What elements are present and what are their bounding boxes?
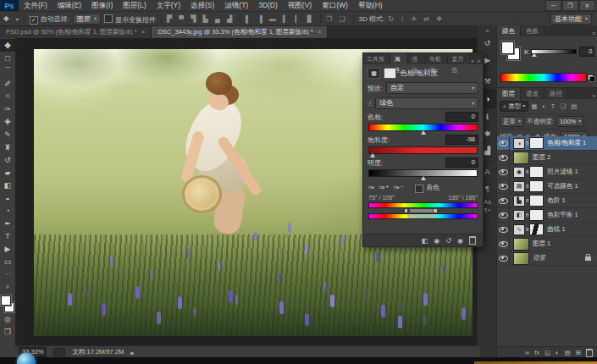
adjustment-thumbnail[interactable]: ◧ — [513, 210, 525, 221]
eye-icon[interactable] — [497, 208, 510, 222]
hue-slider[interactable] — [368, 124, 478, 131]
menu-help[interactable]: 帮助(H) — [353, 0, 388, 11]
tab-info[interactable]: 信息 — [408, 53, 426, 64]
align-icons[interactable]: ▛ ▀ ▜ ▙ ▄ ▟ — [167, 15, 235, 23]
menu-image[interactable]: 图像(I) — [86, 0, 118, 11]
tab-paths[interactable]: 路径 — [544, 88, 568, 99]
mask-thumbnail[interactable] — [529, 209, 544, 221]
menu-type[interactable]: 文字(Y) — [152, 0, 185, 11]
filter-kind-icons[interactable]: ▦ ◐ T ❏ ▤ — [531, 102, 578, 110]
panel-menu-icon[interactable]: ≡ — [477, 58, 483, 64]
crop-tool[interactable]: ⌗ — [0, 90, 15, 102]
eye-icon[interactable] — [497, 151, 510, 164]
tab-layers[interactable]: 图层 — [497, 88, 521, 99]
tab-channels[interactable]: 通道 — [521, 88, 544, 99]
saturation-value-field[interactable]: -98 — [445, 135, 478, 145]
menu-3d[interactable]: 3D(D) — [253, 0, 283, 11]
k-value-field[interactable]: 0 — [579, 47, 594, 57]
eye-icon[interactable] — [497, 179, 510, 193]
brush-tool[interactable]: ✎ — [0, 128, 15, 141]
quick-selection-tool[interactable]: ✐ — [0, 77, 15, 90]
eyedropper-icon[interactable]: ✑ — [368, 184, 375, 192]
spectrum-end-swatches[interactable] — [588, 74, 595, 82]
adjustment-thumbnail[interactable]: ∿ — [513, 224, 525, 235]
hand-tool[interactable]: ☜ — [0, 267, 15, 280]
layer-thumbnail[interactable] — [513, 252, 529, 265]
adjustment-thumbnail[interactable]: ▤ — [513, 181, 525, 192]
menu-filter[interactable]: 滤镜(T) — [219, 0, 253, 11]
foreground-color-swatch[interactable] — [1, 295, 11, 306]
close-tab-icon[interactable]: × — [141, 26, 146, 38]
color-swatches[interactable] — [1, 295, 14, 312]
blur-tool[interactable]: ◒ — [0, 191, 15, 204]
k-slider-thumb[interactable] — [532, 53, 537, 57]
menu-file[interactable]: 文件(F) — [19, 0, 53, 11]
lightness-slider-thumb[interactable] — [421, 176, 426, 180]
add-mask-icon[interactable]: ◱ — [544, 349, 550, 356]
collapse-panel-icon[interactable]: » — [471, 58, 477, 64]
lightness-slider[interactable] — [368, 169, 478, 177]
status-options-arrow-icon[interactable]: ▶ — [130, 350, 135, 356]
subtract-eyedropper-icon[interactable]: ✑⁻ — [394, 184, 404, 192]
mode-icons[interactable]: ↻ ↕ ✛ ⇄ ✥ — [388, 15, 445, 23]
panel-menu-icon[interactable]: ≡ — [592, 30, 597, 36]
layer-row-layer2[interactable]: 图层 2 — [497, 151, 597, 165]
layer-thumbnail[interactable] — [513, 152, 529, 164]
lasso-tool[interactable]: ⌒ — [0, 64, 15, 77]
tab-properties[interactable]: 属性 — [390, 53, 408, 64]
history-brush-tool[interactable]: ↺ — [0, 153, 15, 166]
link-layers-icon[interactable]: ∞ — [525, 349, 529, 356]
layer-row-background[interactable]: 背景 — [497, 251, 597, 266]
layer-row-levels[interactable]: ▙ 8 色阶 1 — [497, 194, 597, 208]
type-tool[interactable]: T — [0, 229, 15, 242]
eye-icon[interactable] — [497, 237, 510, 251]
add-eyedropper-icon[interactable]: ✑⁺ — [379, 184, 390, 192]
layer-style-icon[interactable]: fx — [534, 349, 539, 356]
document-tab[interactable]: PSD.psd @ 50% (色相/饱和度 1, 图层蒙版/8) * × — [0, 26, 152, 38]
tab-swatches[interactable]: 色板 — [521, 25, 544, 36]
quick-mask-button[interactable]: ◎ — [0, 312, 15, 325]
restore-button[interactable]: ❐ — [562, 0, 578, 11]
eye-icon[interactable] — [497, 136, 510, 150]
eye-icon[interactable] — [497, 223, 510, 236]
tab-histogram[interactable]: 直方图 — [448, 53, 471, 64]
lightness-value-field[interactable]: 0 — [445, 157, 478, 168]
gradient-tool[interactable]: ◧ — [0, 179, 15, 191]
color-swatches[interactable] — [501, 41, 520, 60]
clone-stamp-tool[interactable]: ♜ — [0, 141, 15, 153]
eye-icon[interactable] — [497, 194, 510, 207]
k-slider[interactable] — [531, 49, 577, 54]
delete-adjustment-icon[interactable] — [469, 236, 476, 245]
clip-to-layer-icon[interactable]: ◧ — [422, 237, 428, 245]
menu-layer[interactable]: 图层(L) — [118, 0, 151, 11]
blend-mode-dropdown[interactable]: 正常▾ — [500, 116, 524, 127]
checkbox-checked-icon[interactable]: ✓ — [30, 16, 38, 25]
layer-row-color-balance[interactable]: ◧ 8 色彩平衡 1 — [497, 208, 597, 223]
healing-brush-tool[interactable]: ✚ — [0, 115, 15, 128]
show-transform-checkbox[interactable]: 显示变换控件 — [104, 14, 156, 25]
delete-layer-icon[interactable] — [586, 349, 593, 357]
eye-icon[interactable] — [497, 165, 510, 179]
screen-mode-button[interactable]: ❐ — [0, 325, 15, 338]
targeted-adjustment-icon[interactable]: ☝ — [368, 99, 372, 108]
opacity-dropdown[interactable]: 100%▾ — [556, 116, 584, 127]
tab-color[interactable]: 颜色 — [497, 25, 521, 36]
view-previous-state-icon[interactable]: ◉ — [434, 237, 439, 245]
saturation-slider-thumb[interactable] — [370, 153, 375, 157]
hue-value-field[interactable]: 0 — [445, 112, 478, 122]
mask-thumbnail[interactable] — [529, 137, 544, 149]
adjustment-thumbnail[interactable]: ◉ — [513, 167, 525, 178]
layer-row-selective-color[interactable]: ▤ 8 可选颜色 1 — [497, 179, 597, 194]
auto-select-dropdown[interactable]: 图层▾ — [73, 14, 101, 25]
filter-type-dropdown[interactable]: ⌕ 类型 ▾ — [500, 101, 528, 112]
saturation-slider[interactable] — [368, 146, 478, 154]
dodge-tool[interactable]: ◔ — [0, 204, 15, 217]
layer-row-photo-filter[interactable]: ◉ 8 照片滤镜 1 — [497, 165, 597, 179]
foreground-color-swatch[interactable] — [501, 41, 514, 54]
auto-select-checkbox[interactable]: ✓自动选择: — [30, 14, 69, 24]
colorize-checkbox[interactable]: 着色 — [415, 183, 439, 192]
layer-row-curves[interactable]: ∿ 8 曲线 1 — [497, 223, 597, 237]
shape-tool[interactable]: ▭ — [0, 255, 15, 267]
arrange-icons[interactable]: ❐ ❏ — [326, 15, 348, 23]
hue-slider-thumb[interactable] — [421, 130, 426, 135]
